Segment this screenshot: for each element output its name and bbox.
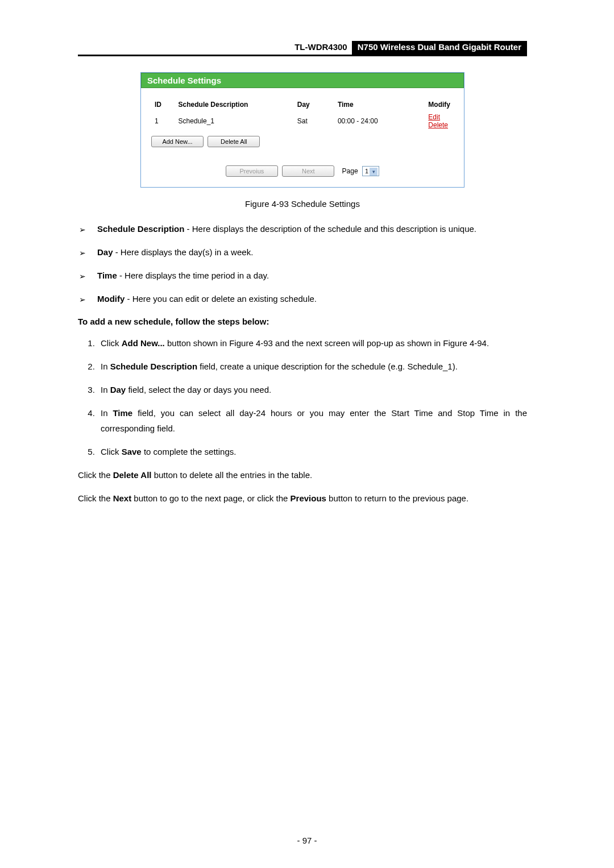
list-item: ➢Modify - Here you can edit or delete an… (78, 291, 527, 306)
term-desc: - Here you can edit or delete an existin… (125, 294, 317, 304)
list-item: ➢Day - Here displays the day(s) in a wee… (78, 244, 527, 260)
page-label: Page (342, 167, 358, 175)
bullet-icon: ➢ (79, 269, 86, 284)
previous-button[interactable]: Prevoius (226, 165, 278, 177)
step-item: In Time field, you can select all day-24… (97, 405, 527, 436)
page-header: TL-WDR4300 N750 Wireless Dual Band Gigab… (78, 41, 527, 56)
description-list: ➢Schedule Description - Here displays th… (78, 221, 527, 306)
paragraph: Click the Next button to go to the next … (78, 491, 527, 506)
figure-caption: Figure 4-93 Schedule Settings (78, 199, 527, 209)
term: Day (97, 247, 113, 257)
col-time: Time (334, 98, 425, 111)
bullet-icon: ➢ (79, 223, 86, 237)
next-button[interactable]: Next (282, 165, 334, 177)
table-row: 1 Schedule_1 Sat 00:00 - 24:00 Edit Dele… (151, 111, 454, 131)
schedule-table: ID Schedule Description Day Time Modify … (151, 98, 454, 131)
col-day: Day (294, 98, 334, 111)
page-select-value: 1 (365, 168, 368, 175)
cell-modify: Edit Delete (425, 111, 454, 131)
term-desc: - Here displays the day(s) in a week. (113, 247, 254, 257)
panel-title: Schedule Settings (141, 73, 464, 88)
page-number: - 97 - (0, 836, 614, 845)
cell-id: 1 (151, 111, 175, 131)
delete-link[interactable]: Delete (428, 121, 448, 129)
paragraph: Click the Delete All button to delete al… (78, 467, 527, 483)
delete-all-button[interactable]: Delete All (208, 136, 260, 147)
product-name: N750 Wireless Dual Band Gigabit Router (352, 41, 527, 55)
term: Schedule Description (97, 224, 184, 234)
model-number: TL-WDR4300 (290, 41, 352, 55)
bullet-icon: ➢ (79, 246, 86, 260)
chevron-down-icon: ▾ (370, 168, 377, 176)
page-select[interactable]: 1▾ (362, 166, 379, 176)
edit-link[interactable]: Edit (428, 113, 440, 121)
col-id: ID (151, 98, 175, 111)
step-item: Click Save to complete the settings. (97, 444, 527, 459)
step-item: In Day field, select the day or days you… (97, 382, 527, 397)
step-item: In Schedule Description field, create a … (97, 359, 527, 374)
steps-list: Click Add New... button shown in Figure … (78, 335, 527, 459)
add-new-button[interactable]: Add New... (151, 136, 204, 147)
bullet-icon: ➢ (79, 293, 86, 307)
term: Modify (97, 294, 125, 304)
steps-heading: To add a new schedule, follow the steps … (78, 317, 527, 326)
col-desc: Schedule Description (175, 98, 294, 111)
schedule-settings-figure: Schedule Settings ID Schedule Descriptio… (140, 72, 464, 188)
term: Time (97, 271, 117, 280)
cell-time: 00:00 - 24:00 (334, 111, 425, 131)
col-modify: Modify (425, 98, 454, 111)
list-item: ➢Time - Here displays the time period in… (78, 268, 527, 283)
cell-day: Sat (294, 111, 334, 131)
table-header-row: ID Schedule Description Day Time Modify (151, 98, 454, 111)
step-item: Click Add New... button shown in Figure … (97, 335, 527, 351)
list-item: ➢Schedule Description - Here displays th… (78, 221, 527, 236)
term-desc: - Here displays the time period in a day… (117, 271, 269, 280)
pager: Prevoius Next Page 1▾ (141, 156, 464, 187)
cell-desc: Schedule_1 (175, 111, 294, 131)
term-desc: - Here displays the description of the s… (184, 224, 476, 234)
